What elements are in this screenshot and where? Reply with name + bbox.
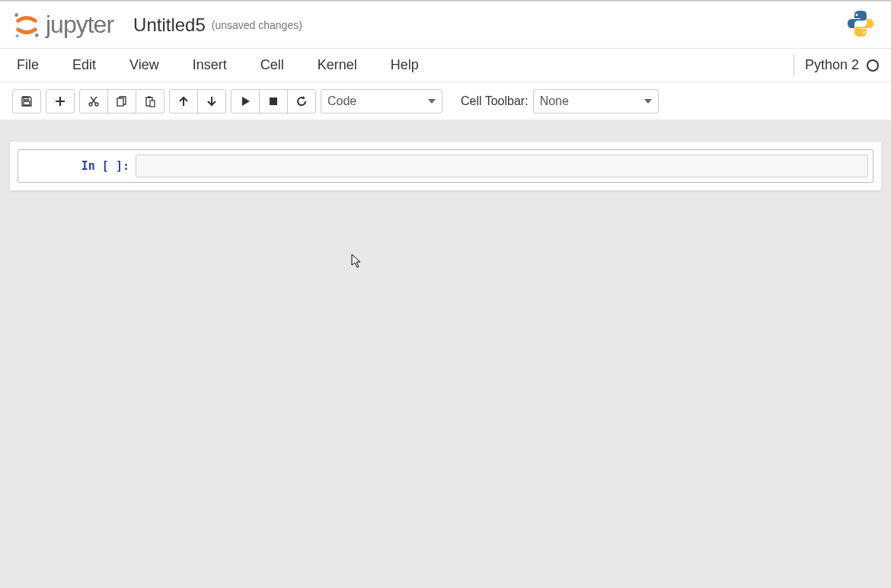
move-up-button[interactable] xyxy=(169,89,198,113)
cell-toolbar-label: Cell Toolbar: xyxy=(461,94,529,108)
kernel-indicator: Python 2 xyxy=(794,55,879,76)
svg-point-1 xyxy=(35,33,39,37)
menu-view[interactable]: View xyxy=(113,50,176,81)
plus-icon xyxy=(54,95,66,107)
cursor-icon xyxy=(351,254,363,269)
input-prompt: In [ ]: xyxy=(23,155,136,173)
arrow-down-icon xyxy=(206,95,218,107)
restart-button[interactable] xyxy=(287,89,316,113)
menu-cell[interactable]: Cell xyxy=(244,50,301,81)
code-input[interactable] xyxy=(136,155,868,177)
scissors-icon xyxy=(88,95,100,107)
cell-type-select[interactable]: Code xyxy=(321,89,442,113)
paste-icon xyxy=(144,95,156,107)
menu-help[interactable]: Help xyxy=(374,50,436,81)
cell-toolbar-select[interactable]: None xyxy=(533,89,659,113)
copy-button[interactable] xyxy=(107,89,136,113)
header: jupyter Untitled5 (unsaved changes) xyxy=(0,0,891,49)
svg-point-4 xyxy=(95,103,98,106)
svg-rect-5 xyxy=(117,98,123,106)
svg-rect-8 xyxy=(150,101,155,107)
play-icon xyxy=(239,95,251,107)
move-down-button[interactable] xyxy=(197,89,226,113)
code-cell[interactable]: In [ ]: xyxy=(18,149,873,183)
save-status: (unsaved changes) xyxy=(212,19,302,31)
svg-point-0 xyxy=(14,13,18,17)
copy-icon xyxy=(116,95,128,107)
arrow-up-icon xyxy=(177,95,190,107)
save-icon xyxy=(21,95,33,107)
svg-rect-7 xyxy=(148,96,151,98)
interrupt-button[interactable] xyxy=(259,89,288,113)
menu-kernel[interactable]: Kernel xyxy=(301,50,374,81)
menubar: File Edit View Insert Cell Kernel Help P… xyxy=(0,49,891,82)
menu-file[interactable]: File xyxy=(12,50,56,81)
notebook-container: In [ ]: xyxy=(10,142,881,190)
cut-button[interactable] xyxy=(79,89,108,113)
python-logo-icon xyxy=(845,8,876,42)
stop-icon xyxy=(267,95,279,107)
jupyter-logo[interactable]: jupyter xyxy=(12,11,113,40)
menu-insert[interactable]: Insert xyxy=(176,50,244,81)
menu-edit[interactable]: Edit xyxy=(56,50,113,81)
toolbar: Code Cell Toolbar: None xyxy=(0,82,891,120)
svg-point-2 xyxy=(16,34,19,37)
kernel-name: Python 2 xyxy=(805,57,859,73)
save-button[interactable] xyxy=(12,89,41,113)
svg-rect-9 xyxy=(270,97,277,105)
svg-point-3 xyxy=(89,103,92,106)
notebook-name[interactable]: Untitled5 xyxy=(133,14,206,36)
refresh-icon xyxy=(295,95,308,107)
jupyter-logo-text: jupyter xyxy=(46,11,113,39)
jupyter-icon xyxy=(12,11,41,40)
run-button[interactable] xyxy=(231,89,260,113)
kernel-idle-icon xyxy=(867,59,879,72)
insert-cell-button[interactable] xyxy=(46,89,75,113)
paste-button[interactable] xyxy=(136,89,164,113)
